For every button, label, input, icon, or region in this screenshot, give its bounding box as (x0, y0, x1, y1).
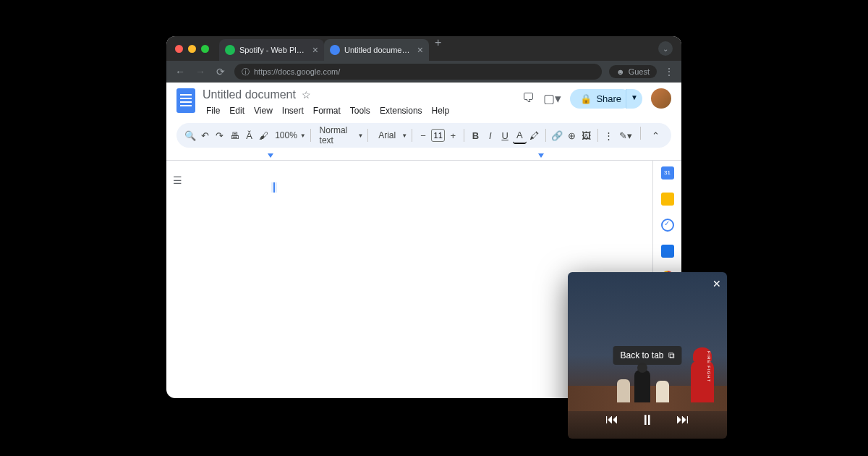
keep-icon[interactable] (661, 193, 674, 206)
calendar-icon[interactable] (661, 166, 674, 180)
back-to-tab-button[interactable]: Back to tab ⧉ (613, 346, 681, 365)
tab-spotify[interactable]: Spotify - Web Player: Music f × (219, 39, 324, 61)
share-label: Share (596, 93, 621, 104)
text-color-icon[interactable]: A (513, 127, 526, 144)
decrease-font-icon[interactable]: − (417, 127, 430, 144)
ruler[interactable] (166, 153, 681, 161)
increase-font-icon[interactable]: + (446, 127, 459, 144)
previous-track-icon[interactable]: ⏮ (605, 412, 618, 428)
font-select[interactable]: Arial (373, 130, 401, 140)
forward-button[interactable]: → (194, 66, 207, 77)
titlebar: Spotify - Web Player: Music f × Untitled… (166, 36, 681, 61)
url-input[interactable]: ⓘ https://docs.google.com/ (234, 64, 602, 80)
menu-format[interactable]: Format (310, 104, 344, 117)
guest-icon: ☻ (616, 67, 625, 76)
docs-icon (330, 45, 340, 55)
open-in-new-icon: ⧉ (668, 350, 675, 360)
tab-title: Untitled document - Google (344, 46, 413, 54)
address-bar: ← → ⟳ ⓘ https://docs.google.com/ ☻ Guest… (166, 61, 681, 83)
guest-label: Guest (629, 67, 650, 76)
new-tab-button[interactable]: + (435, 36, 441, 61)
traffic-lights (175, 45, 209, 53)
pip-controls: ⏮ ⏸ ⏭ (568, 412, 727, 428)
site-info-icon[interactable]: ⓘ (242, 67, 250, 77)
more-icon[interactable]: ⋮ (603, 127, 616, 144)
close-window-button[interactable] (175, 45, 183, 53)
chevron-down-icon[interactable]: ▼ (357, 132, 363, 139)
highlight-icon[interactable]: 🖍 (528, 127, 541, 144)
picture-in-picture-window[interactable]: FIRE FIGHT ✕ Back to tab ⧉ ⏮ ⏸ ⏭ (568, 272, 727, 439)
contacts-icon[interactable] (661, 245, 674, 258)
docs-logo[interactable] (176, 88, 195, 113)
browser-menu-button[interactable]: ⋮ (664, 66, 674, 77)
docs-title-area: Untitled document ☆ File Edit View Inser… (203, 88, 515, 117)
image-icon[interactable]: 🖼 (579, 127, 592, 144)
text-cursor (273, 182, 275, 193)
jacket-text: FIRE FIGHT (707, 351, 711, 382)
editing-mode-icon[interactable]: ✎▾ (617, 127, 634, 144)
left-margin-marker[interactable] (268, 153, 273, 158)
document-title[interactable]: Untitled document (203, 88, 296, 101)
outline-icon[interactable]: ☰ (173, 174, 182, 186)
comment-icon[interactable]: ⊕ (565, 127, 578, 144)
left-gutter: ☰ (166, 161, 188, 398)
italic-icon[interactable]: I (484, 127, 497, 144)
underline-icon[interactable]: U (498, 127, 511, 144)
back-to-tab-label: Back to tab (620, 350, 663, 360)
url-text: https://docs.google.com/ (254, 67, 340, 76)
chevron-down-icon[interactable]: ▼ (300, 132, 306, 139)
paint-format-icon[interactable]: 🖌 (258, 127, 271, 144)
font-size-input[interactable]: 11 (431, 129, 445, 142)
meet-icon[interactable]: ▢▾ (543, 91, 561, 106)
share-button[interactable]: 🔒 Share (570, 89, 631, 109)
menu-help[interactable]: Help (428, 104, 454, 117)
pip-close-icon[interactable]: ✕ (712, 278, 721, 290)
close-tab-icon[interactable]: × (312, 44, 318, 56)
menu-edit[interactable]: Edit (226, 104, 248, 117)
maximize-window-button[interactable] (201, 45, 209, 53)
close-tab-icon[interactable]: × (417, 44, 423, 56)
profile-button[interactable]: ☻ Guest (609, 65, 657, 78)
tasks-icon[interactable] (661, 219, 674, 232)
tab-google-docs[interactable]: Untitled document - Google × (324, 39, 429, 61)
link-icon[interactable]: 🔗 (550, 127, 563, 144)
zoom-select[interactable]: 100% (272, 130, 300, 140)
menu-insert[interactable]: Insert (278, 104, 307, 117)
tab-strip: Spotify - Web Player: Music f × Untitled… (219, 36, 658, 61)
print-icon[interactable]: 🖶 (228, 127, 241, 144)
account-avatar[interactable] (651, 88, 671, 109)
paragraph-style-select[interactable]: Normal text (315, 125, 358, 145)
star-icon[interactable]: ☆ (302, 89, 311, 101)
collapse-toolbar-icon[interactable]: ⌃ (647, 127, 664, 144)
right-margin-marker[interactable] (538, 153, 544, 158)
chevron-down-icon[interactable]: ▼ (401, 132, 407, 139)
minimize-window-button[interactable] (188, 45, 196, 53)
reload-button[interactable]: ⟳ (214, 66, 227, 77)
redo-icon[interactable]: ↷ (213, 127, 226, 144)
menu-view[interactable]: View (250, 104, 276, 117)
menu-extensions[interactable]: Extensions (376, 104, 426, 117)
next-track-icon[interactable]: ⏭ (676, 412, 689, 428)
back-button[interactable]: ← (174, 66, 187, 77)
spotify-icon (225, 45, 235, 55)
menubar: File Edit View Insert Format Tools Exten… (203, 104, 515, 117)
search-icon[interactable]: 🔍 (184, 127, 197, 144)
menu-tools[interactable]: Tools (346, 104, 374, 117)
lock-icon: 🔒 (580, 93, 592, 104)
bold-icon[interactable]: B (469, 127, 482, 144)
toolbar: 🔍 ↶ ↷ 🖶 Ă 🖌 100% ▼ Normal text ▼ Arial ▼… (176, 123, 671, 148)
comment-history-icon[interactable]: 🗨 (522, 91, 535, 106)
tab-title: Spotify - Web Player: Music f (239, 46, 308, 54)
spellcheck-icon[interactable]: Ă (242, 127, 255, 144)
menu-file[interactable]: File (203, 104, 224, 117)
tab-overflow-button[interactable]: ⌄ (658, 41, 673, 56)
header-actions: 🗨 ▢▾ 🔒 Share ▼ (522, 88, 671, 109)
share-dropdown[interactable]: ▼ (626, 89, 642, 109)
pause-icon[interactable]: ⏸ (640, 412, 655, 428)
docs-header: Untitled document ☆ File Edit View Inser… (166, 83, 681, 117)
undo-icon[interactable]: ↶ (198, 127, 211, 144)
